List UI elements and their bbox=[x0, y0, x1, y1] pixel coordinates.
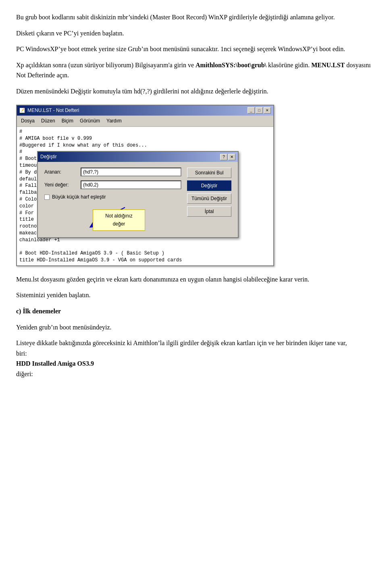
section-heading-c: c) İlk denemeler bbox=[16, 308, 61, 315]
replace-dialog-body: Aranan: Yeni değer: Büyük küçük harf eşl… bbox=[38, 162, 238, 237]
para4-bold2: MENU.LST bbox=[311, 62, 345, 68]
para7-text: Sisteminizi yeniden başlatın. bbox=[16, 292, 90, 298]
replace-replace-row: Yeni değer: bbox=[44, 180, 181, 189]
notepad-icon: 📝 bbox=[19, 108, 25, 113]
para4-bold1: AmithlonSYS:\boot\grub\ bbox=[196, 62, 266, 68]
notepad-line: # bbox=[19, 128, 271, 135]
annotation-bubble: Not aldığınızdeğer bbox=[93, 209, 145, 230]
replace-replace-label: Yeni değer: bbox=[44, 181, 77, 189]
notepad-title: MENU.LST - Not Defteri bbox=[27, 107, 79, 114]
notepad-window-controls: _ □ ✕ bbox=[248, 107, 271, 114]
case-sensitive-label: Büyük küçük harf eşleştir bbox=[52, 193, 106, 201]
replace-dialog-help-button[interactable]: ? bbox=[220, 154, 227, 160]
notepad-menubar: Dosya Düzen Biçim Görünüm Yardım bbox=[17, 116, 273, 127]
para5-text: Düzen menüsündeki Değiştir komutuyla tüm… bbox=[16, 88, 268, 95]
annotation-area: Not aldığınızdeğer bbox=[44, 207, 181, 232]
para6-text: Menu.lst dosyasını gözden geçirin ve ekr… bbox=[16, 276, 309, 283]
replace-search-row: Aranan: bbox=[44, 168, 181, 176]
replace-buttons-column: Sonrakini Bul Değiştir Tümünü Değiştir İ… bbox=[187, 168, 231, 217]
notepad-line: # Boot HDD-Installed AmigaOS 3.9 - ( Bas… bbox=[19, 250, 271, 257]
annotation-text: Not aldığınızdeğer bbox=[105, 213, 132, 226]
notepad-titlebar: 📝 MENU.LST - Not Defteri _ □ ✕ bbox=[17, 106, 273, 116]
menu-gorunum[interactable]: Görünüm bbox=[77, 116, 102, 126]
replace-replace-input[interactable] bbox=[81, 180, 181, 189]
paragraph-10: Listeye dikkatle baktığınızda göreceksin… bbox=[16, 338, 371, 379]
notepad-line: #Buggered if I know what any of this doe… bbox=[19, 142, 271, 149]
notepad-line: # AMIGA boot file v 0.999 bbox=[19, 135, 271, 142]
replace-dialog-titlebar: Değiştir ? ✕ bbox=[38, 152, 238, 162]
para10-cont: biri: bbox=[16, 350, 27, 357]
paragraph-5: Düzen menüsündeki Değiştir komutuyla tüm… bbox=[16, 86, 371, 97]
notepad-maximize-button[interactable]: □ bbox=[256, 107, 263, 114]
find-next-button[interactable]: Sonrakini Bul bbox=[187, 168, 231, 178]
para10-text: Listeye dikkatle baktığınızda göreceksin… bbox=[16, 340, 347, 346]
replace-dialog-close-button[interactable]: ✕ bbox=[228, 154, 235, 160]
replace-button[interactable]: Değiştir bbox=[187, 180, 231, 191]
menu-duzen[interactable]: Düzen bbox=[39, 116, 58, 126]
menu-bicim[interactable]: Biçim bbox=[59, 116, 76, 126]
menu-yardim[interactable]: Yardım bbox=[104, 116, 124, 126]
notepad-line bbox=[19, 243, 271, 250]
para10-cont2: diğeri: bbox=[16, 371, 33, 377]
replace-dialog-title: Değiştir bbox=[40, 153, 57, 161]
paragraph-4: Xp açıldıktan sonra (uzun sürüyor biliyo… bbox=[16, 60, 371, 81]
paragraph-8: c) İlk denemeler bbox=[16, 306, 371, 317]
paragraph-9: Yeniden grub’ın boot menüsündeyiz. bbox=[16, 322, 371, 333]
paragraph-6: Menu.lst dosyasını gözden geçirin ve ekr… bbox=[16, 274, 371, 285]
case-sensitive-checkbox[interactable] bbox=[44, 195, 50, 200]
notepad-titlebar-title: 📝 MENU.LST - Not Defteri bbox=[19, 107, 79, 114]
replace-all-button[interactable]: Tümünü Değiştir bbox=[187, 193, 231, 204]
paragraph-3: PC WindowsXP’ye boot etmek yerine size G… bbox=[16, 44, 371, 54]
replace-checkbox-row: Büyük küçük harf eşleştir bbox=[44, 193, 181, 201]
replace-dialog: Değiştir ? ✕ Aranan: Yeni değer: bbox=[37, 151, 239, 238]
para10-bold1: HDD Installed Amiga OS3.9 bbox=[16, 360, 94, 367]
notepad-close-button[interactable]: ✕ bbox=[264, 107, 271, 114]
menu-dosya[interactable]: Dosya bbox=[19, 116, 37, 126]
para3-text: PC WindowsXP’ye boot etmek yerine size G… bbox=[16, 46, 345, 52]
notepad-line: title HDD-Installed AmigaOS 3.9 - VGA on… bbox=[19, 257, 271, 264]
paragraph-7: Sisteminizi yeniden başlatın. bbox=[16, 290, 371, 300]
replace-search-input[interactable] bbox=[81, 168, 181, 176]
notepad-window: 📝 MENU.LST - Not Defteri _ □ ✕ Dosya Düz… bbox=[16, 105, 274, 266]
replace-titlebar-controls: ? ✕ bbox=[220, 154, 235, 160]
paragraph-2: Disketi çıkarın ve PC’yi yeniden başlatı… bbox=[16, 28, 371, 39]
para1-text: Bu grub boot kodlarını sabit diskinizin … bbox=[16, 14, 335, 21]
notepad-minimize-button[interactable]: _ bbox=[248, 107, 255, 114]
paragraph-1: Bu grub boot kodlarını sabit diskinizin … bbox=[16, 12, 371, 23]
para2-text: Disketi çıkarın ve PC’yi yeniden başlatı… bbox=[16, 30, 124, 37]
para9-text: Yeniden grub’ın boot menüsündeyiz. bbox=[16, 324, 112, 331]
replace-search-label: Aranan: bbox=[44, 168, 77, 176]
cancel-button[interactable]: İptal bbox=[187, 206, 231, 217]
notepad-content-area: # # AMIGA boot file v 0.999 #Buggered if… bbox=[17, 127, 273, 265]
